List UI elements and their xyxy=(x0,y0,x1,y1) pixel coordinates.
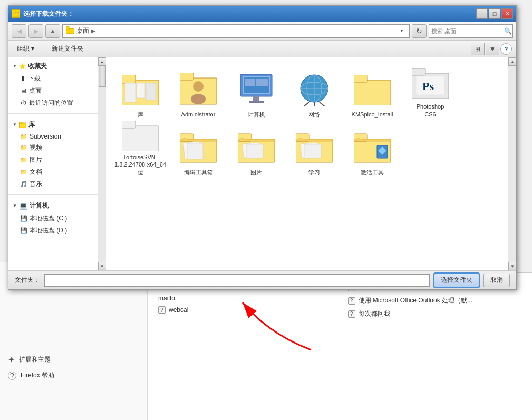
right-scrollbar: ▲ ▼ xyxy=(508,57,516,270)
question-icon-r1: ? xyxy=(348,297,355,305)
file-item-administrator[interactable]: Administrator xyxy=(169,63,227,121)
file-icon-kmspico xyxy=(353,72,392,109)
sidebar-item-desktop[interactable]: 🖥 桌面 xyxy=(8,85,98,97)
file-icon-administrator xyxy=(179,72,218,109)
dialog-icon xyxy=(12,9,20,18)
extend-themes-item[interactable]: ✦ 扩展和主题 xyxy=(8,351,139,368)
library-icon xyxy=(19,122,26,128)
svg-rect-21 xyxy=(249,101,264,103)
svg-rect-34 xyxy=(354,75,367,82)
folder-path-input[interactable] xyxy=(44,274,430,287)
file-picker-dialog: 选择下载文件夹： ─ □ ✕ ◀ ▶ ▲ 桌面 ▶ ▼ ↻ xyxy=(8,5,517,290)
sidebar: ▼ ★ 收藏夹 ⬇ 下载 🖥 桌面 ⏱ 最近访问的位置 xyxy=(8,57,98,270)
firefox-help-item[interactable]: ? Firefox 帮助 xyxy=(8,368,139,383)
file-label-computer: 计算机 xyxy=(248,111,265,118)
right-item-1[interactable]: ? 使用 Microsoft Office Outlook 处理（默... xyxy=(348,294,522,307)
file-item-library[interactable]: 库 xyxy=(111,63,169,121)
sidebar-divider-2 xyxy=(8,194,98,195)
search-icon[interactable]: 🔍 xyxy=(504,26,512,36)
computer-header[interactable]: ▼ 💻 计算机 xyxy=(8,199,98,212)
computer-arrow: ▼ xyxy=(13,203,17,208)
right-item-2[interactable]: ? 每次都问我 xyxy=(348,307,522,320)
svg-point-16 xyxy=(193,81,204,92)
sidebar-item-downloads[interactable]: ⬇ 下载 xyxy=(8,73,98,85)
path-folder-icon xyxy=(66,26,74,35)
file-label-kmspico: KMSpico_Install xyxy=(352,111,393,118)
sidebar-item-music[interactable]: 🎵 音乐 xyxy=(8,178,98,190)
toolbar: ◀ ▶ ▲ 桌面 ▶ ▼ ↻ 🔍 xyxy=(8,22,516,41)
select-folder-button[interactable]: 选择文件夹 xyxy=(434,274,479,287)
search-input[interactable] xyxy=(431,28,504,34)
folder-field-label: 文件夹： xyxy=(15,276,40,285)
right-scroll-down[interactable]: ▼ xyxy=(508,262,516,270)
svg-text:Ps: Ps xyxy=(422,80,434,93)
favorites-header[interactable]: ▼ ★ 收藏夹 xyxy=(8,60,98,73)
file-label-images: 图片 xyxy=(250,169,262,176)
maximize-button[interactable]: □ xyxy=(489,8,500,19)
organize-button[interactable]: 组织 ▾ xyxy=(13,43,38,55)
svg-rect-44 xyxy=(187,143,203,159)
sidebar-item-local-d[interactable]: 💾 本地磁盘 (D:) xyxy=(8,224,98,237)
up-button[interactable]: ▲ xyxy=(45,24,60,38)
view-toggle-button[interactable]: ⊞ xyxy=(471,43,485,55)
sidebar-item-pictures[interactable]: 📁 图片 xyxy=(8,154,98,166)
close-button[interactable]: ✕ xyxy=(501,8,513,19)
path-dropdown[interactable]: ▼ xyxy=(398,26,406,36)
svg-rect-15 xyxy=(180,73,194,80)
computer-icon: 💻 xyxy=(19,202,27,210)
sidebar-divider-1 xyxy=(8,113,98,114)
svg-rect-23 xyxy=(245,79,255,86)
file-item-photoshop[interactable]: Ps PhotoshopCS6 xyxy=(401,63,459,121)
library-section: ▼ 库 📁 Subversion xyxy=(8,116,98,192)
library-arrow: ▼ xyxy=(13,122,17,127)
file-item-edit-tools[interactable]: 编辑工具箱 xyxy=(169,121,227,179)
svg-rect-10 xyxy=(122,75,136,83)
file-item-tortoisesvn[interactable]: TortoiseSVN-1.8.2.24708-x64_64位 xyxy=(111,121,169,179)
favorites-arrow: ▼ xyxy=(13,64,17,69)
back-button[interactable]: ◀ xyxy=(12,24,26,38)
right-scroll-up[interactable]: ▲ xyxy=(508,57,516,66)
file-grid: 库 Administrator xyxy=(106,57,508,270)
help-button[interactable]: ? xyxy=(500,43,512,55)
file-item-images[interactable]: 图片 xyxy=(227,121,285,179)
cancel-button[interactable]: 取消 xyxy=(483,274,510,287)
sidebar-item-subversion[interactable]: 📁 Subversion xyxy=(8,131,98,142)
sidebar-item-docs[interactable]: 📁 文档 xyxy=(8,166,98,178)
svg-rect-1 xyxy=(13,11,15,13)
file-icon-edit-tools xyxy=(179,130,218,167)
path-label: 桌面 xyxy=(76,26,89,35)
file-item-network[interactable]: 网络 xyxy=(285,63,343,121)
minimize-button[interactable]: ─ xyxy=(476,8,488,19)
favorites-section: ▼ ★ 收藏夹 ⬇ 下载 🖥 桌面 ⏱ 最近访问的位置 xyxy=(8,57,98,111)
refresh-button[interactable]: ↻ xyxy=(412,24,427,38)
file-label-library: 库 xyxy=(138,111,143,118)
library-header[interactable]: ▼ 库 xyxy=(8,118,98,131)
sidebar-item-videos[interactable]: 📁 视频 xyxy=(8,142,98,154)
sidebar-item-local-c[interactable]: 💾 本地磁盘 (C:) xyxy=(8,212,98,224)
drive-d-icon: 💾 xyxy=(20,227,27,234)
new-folder-button[interactable]: 新建文件夹 xyxy=(47,43,88,55)
file-label-activate: 激活工具 xyxy=(361,169,384,176)
file-item-activate[interactable]: 激活工具 xyxy=(343,121,401,179)
download-icon: ⬇ xyxy=(20,75,26,83)
sidebar-item-recent[interactable]: ⏱ 最近访问的位置 xyxy=(8,97,98,109)
file-item-kmspico[interactable]: KMSpico_Install xyxy=(343,63,401,121)
path-arrow: ▶ xyxy=(91,28,95,34)
mailto-item[interactable]: mailto xyxy=(158,292,332,304)
scroll-up-arrow[interactable]: ▲ xyxy=(98,57,107,66)
scroll-down-arrow[interactable]: ▼ xyxy=(98,262,107,270)
drive-c-icon: 💾 xyxy=(20,215,27,222)
action-bar: 组织 ▾ 新建文件夹 ⊞ ▼ ? xyxy=(8,41,516,57)
file-item-computer[interactable]: 计算机 xyxy=(227,63,285,121)
svg-rect-33 xyxy=(354,80,391,105)
view-dropdown-button[interactable]: ▼ xyxy=(486,43,499,55)
file-label-tortoisesvn: TortoiseSVN-1.8.2.24708-x64_64位 xyxy=(114,153,167,176)
scroll-thumb[interactable] xyxy=(99,66,106,87)
title-bar-left: 选择下载文件夹： xyxy=(12,9,74,18)
file-label-edit-tools: 编辑工具箱 xyxy=(184,169,213,176)
file-icon-activate xyxy=(353,130,392,167)
question-icon-r2: ? xyxy=(348,310,355,318)
webcal-item[interactable]: ? webcal xyxy=(158,304,332,316)
forward-button[interactable]: ▶ xyxy=(28,24,43,38)
file-item-study[interactable]: 学习 xyxy=(285,121,343,179)
